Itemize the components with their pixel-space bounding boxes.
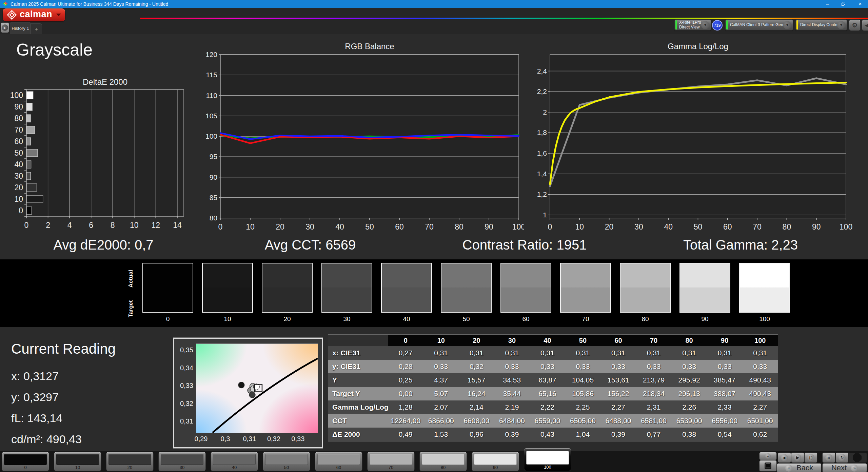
next-label: Next	[831, 464, 847, 472]
row-label: Gamma Log/Log	[328, 400, 388, 414]
table-cell: 218,34	[636, 387, 672, 400]
calman-menu-button[interactable]: calman	[3, 8, 65, 21]
svg-text:0: 0	[24, 221, 29, 230]
table-cell: 2,31	[636, 400, 672, 414]
pattern-patch-60[interactable]: 60	[315, 452, 362, 471]
table-cell: 0,33	[671, 360, 707, 373]
close-button[interactable]: ×	[854, 0, 866, 8]
measurement-point	[238, 382, 244, 388]
svg-text:20: 20	[14, 183, 23, 192]
stop-icon: ■	[781, 454, 788, 461]
add-tab-button[interactable]: +	[31, 23, 42, 34]
column-header: 70	[636, 335, 672, 346]
swatch-level-label: 90	[679, 315, 730, 323]
pattern-patch-50[interactable]: 50	[263, 452, 310, 471]
table-row: Gamma Log/Log1,282,072,142,192,222,252,2…	[328, 400, 778, 414]
minimize-button[interactable]: –	[822, 0, 833, 8]
table-cell: 0,33	[530, 360, 565, 373]
patch-level-label: 0	[2, 465, 49, 470]
measurement-point	[249, 392, 255, 398]
svg-text:0: 0	[218, 222, 223, 231]
pattern-patch-30[interactable]: 30	[159, 452, 205, 471]
grayscale-swatch-60	[500, 263, 551, 313]
svg-text:90: 90	[14, 102, 23, 111]
calman-window: Calman 2025 Calman Ultimate for Business…	[0, 0, 868, 472]
panel-expand-button[interactable]: ▲	[760, 452, 776, 460]
column-header: 80	[671, 335, 707, 346]
pattern-patch-90[interactable]: 90	[472, 452, 519, 471]
deltae-bar	[26, 161, 31, 168]
table-cell: 6559,00	[530, 414, 565, 428]
next-chevron-icon: »	[851, 465, 858, 472]
patch-swatch	[474, 454, 517, 465]
svg-text:70: 70	[14, 125, 23, 134]
pattern-patch-100[interactable]: 100	[524, 448, 571, 471]
page-title: Grayscale	[16, 40, 93, 60]
pattern-patch-0[interactable]: 0	[2, 452, 49, 471]
pattern-patch-10[interactable]: 10	[54, 452, 101, 471]
next-button[interactable]: Next »	[823, 464, 867, 472]
pattern-patch-80[interactable]: 80	[420, 452, 467, 471]
column-header: 0	[388, 335, 423, 346]
table-cell: 1,28	[388, 400, 423, 414]
single-measure-button[interactable]: [-]	[805, 453, 817, 463]
continuous-measure-icon: ∞	[825, 454, 832, 461]
pattern-patch-70[interactable]: 70	[368, 452, 414, 471]
reading-y: y: 0,3297	[11, 391, 59, 404]
patch-swatch	[265, 454, 308, 465]
pattern-window-button[interactable]	[760, 460, 776, 471]
table-cell: 2,25	[565, 400, 601, 414]
titlebar: Calman 2025 Calman Ultimate for Business…	[0, 0, 868, 8]
svg-text:Gamma Log/Log: Gamma Log/Log	[668, 42, 728, 51]
table-cell: 0,96	[459, 428, 494, 441]
column-header: 60	[600, 335, 636, 346]
table-cell: 0,31	[636, 346, 672, 360]
table-cell: 0,33	[423, 360, 459, 373]
table-cell: 2,22	[530, 400, 565, 414]
table-cell: 6539,00	[671, 414, 707, 428]
patch-level-label: 70	[368, 465, 414, 470]
table-cell: 6581,00	[636, 414, 672, 428]
table-cell: 105,86	[565, 387, 601, 400]
table-cell: 63,87	[530, 373, 565, 387]
patch-level-label: 100	[524, 465, 571, 470]
pattern-patch-40[interactable]: 40	[211, 452, 258, 471]
table-cell: 0,31	[671, 346, 707, 360]
table-cell: 0,38	[671, 428, 707, 441]
patch-level-label: 20	[106, 465, 153, 470]
table-cell: 65,16	[530, 387, 565, 400]
table-corner-cell	[328, 335, 388, 346]
svg-text:100: 100	[512, 222, 524, 231]
rgb-balance-chart: RGB Balance80859095100105110115120010203…	[203, 42, 524, 234]
restore-button[interactable]	[837, 0, 849, 8]
cie-y-tick: 0,32	[174, 400, 193, 408]
tab-history-1[interactable]: History 1	[10, 22, 31, 34]
calman-logo-icon	[7, 10, 17, 20]
table-cell: 12264,00	[388, 414, 423, 428]
svg-text:40: 40	[664, 222, 673, 231]
back-button[interactable]: « Back	[777, 464, 821, 472]
stop-button[interactable]: ■	[778, 453, 791, 463]
svg-text:RGB Balance: RGB Balance	[345, 42, 394, 51]
workflow-advance-button[interactable]: ▶	[1, 22, 9, 33]
grayscale-swatch-50	[441, 263, 492, 313]
svg-text:30: 30	[305, 222, 314, 231]
continuous-measure-button[interactable]: ∞	[823, 453, 835, 463]
table-header-row: 0102030405060708090100	[328, 335, 778, 346]
calman-logo-text: calman	[20, 9, 52, 20]
row-label: ΔE 2000	[328, 428, 388, 441]
daylight-locus-curve	[213, 358, 318, 433]
table-cell: 1,04	[565, 428, 601, 441]
table-row: Target Y0,005,0716,2435,4465,16105,86156…	[328, 387, 778, 400]
table-cell: 388,07	[707, 387, 743, 400]
swatch-level-label: 100	[739, 315, 790, 323]
play-button[interactable]: ▶	[791, 453, 804, 463]
refresh-button[interactable]: ↻	[836, 453, 848, 463]
svg-text:70: 70	[753, 222, 762, 231]
swatch-level-label: 40	[381, 315, 432, 323]
minimize-icon: –	[826, 1, 829, 7]
pattern-patch-20[interactable]: 20	[106, 452, 153, 471]
table-cell: 0,39	[600, 428, 636, 441]
table-cell: 213,79	[636, 373, 672, 387]
svg-text:50: 50	[694, 222, 703, 231]
